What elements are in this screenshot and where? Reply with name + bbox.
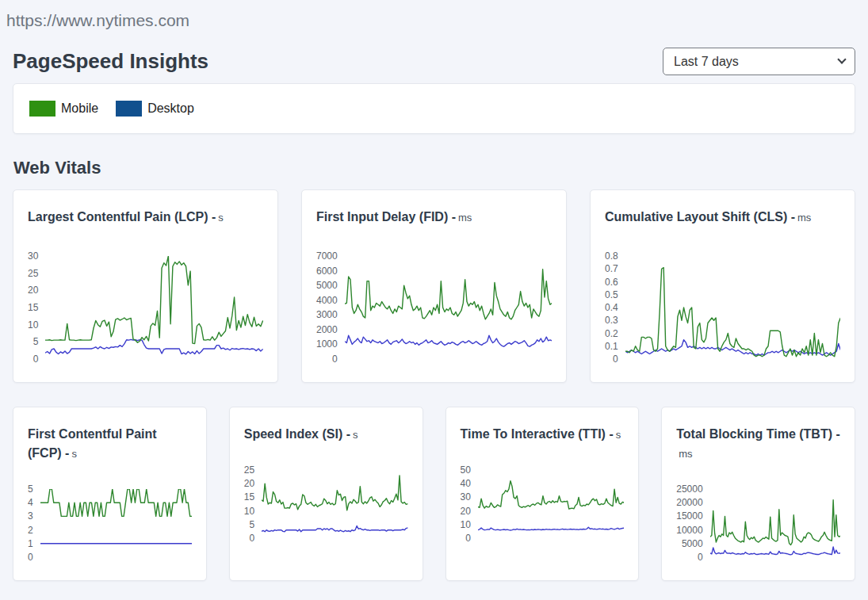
chart-card-lcp: Largest Contentful Pain (LCP) -s 3025201… [13, 189, 278, 383]
legend-item-mobile: Mobile [29, 101, 98, 117]
chart-title-text: Total Blocking Time (TBT) - [676, 427, 840, 441]
chart-card-si: Speed Index (SI) -s 2520151050 [229, 407, 423, 581]
chart-unit: ms [679, 448, 692, 460]
line-chart-fcp [40, 489, 192, 557]
chart-title-text: Largest Contentful Pain (LCP) - [28, 210, 216, 224]
chart-card-tbt: Total Blocking Time (TBT) -ms 2500020000… [661, 407, 855, 581]
chart-title-lcp: Largest Contentful Pain (LCP) -s [28, 208, 263, 227]
legend-label-mobile: Mobile [61, 101, 98, 116]
line-chart-lcp [45, 256, 263, 359]
web-vitals-row-2: First Contentful Paint (FCP) -s 543210 S… [13, 407, 855, 581]
tested-url: https://www.nytimes.com [6, 11, 868, 30]
y-axis-labels: 70006000500040003000200010000 [316, 250, 345, 365]
chart-unit: ms [797, 212, 811, 224]
page-title: PageSpeed Insights [13, 49, 208, 74]
chart-card-tti: Time To Interactive (TTI) -s 50403020100 [445, 407, 640, 581]
chart-card-fid: First Input Delay (FID) -ms 700060005000… [301, 189, 567, 383]
chart-title-text: Speed Index (SI) - [244, 427, 350, 441]
chart-title-text: Cumulative Layout Shift (CLS) - [605, 210, 795, 224]
legend-card: Mobile Desktop [13, 83, 855, 134]
chart-title-text: First Contentful Paint (FCP) - [28, 427, 157, 460]
line-chart-fid [345, 256, 552, 359]
line-chart-tti [478, 470, 624, 538]
line-chart-tbt [710, 489, 840, 557]
y-axis-labels: 543210 [28, 483, 40, 563]
web-vitals-row-1: Largest Contentful Pain (LCP) -s 3025201… [13, 189, 855, 383]
chart-unit: s [71, 448, 77, 460]
chart-card-fcp: First Contentful Paint (FCP) -s 543210 [13, 407, 207, 581]
y-axis-labels: 302520151050 [28, 250, 45, 365]
chart-title-fid: First Input Delay (FID) -ms [316, 208, 552, 227]
y-axis-labels: 2500020000150001000050000 [676, 483, 709, 563]
chart-unit: ms [458, 212, 472, 224]
section-title-web-vitals: Web Vitals [13, 158, 855, 178]
chart-title-si: Speed Index (SI) -s [244, 425, 408, 444]
chart-title-cls: Cumulative Layout Shift (CLS) -ms [605, 208, 840, 227]
chart-unit: s [616, 429, 621, 441]
chart-title-text: First Input Delay (FID) - [316, 210, 456, 224]
legend-label-desktop: Desktop [147, 101, 194, 116]
chart-unit: s [218, 212, 224, 224]
mobile-color-swatch [29, 101, 55, 117]
chart-title-tti: Time To Interactive (TTI) -s [461, 425, 625, 444]
y-axis-labels: 50403020100 [461, 464, 478, 544]
chart-card-cls: Cumulative Layout Shift (CLS) -ms 0.80.7… [590, 189, 855, 383]
chart-title-text: Time To Interactive (TTI) - [461, 427, 614, 441]
line-chart-cls [625, 256, 840, 359]
date-range-select[interactable]: Last 7 days [663, 48, 855, 75]
desktop-color-swatch [116, 101, 142, 117]
date-range-select-wrap: Last 7 days [663, 48, 855, 75]
legend-item-desktop: Desktop [116, 101, 194, 117]
y-axis-labels: 0.80.70.60.50.40.30.20.10 [605, 250, 625, 365]
chart-title-fcp: First Contentful Paint (FCP) -s [28, 425, 192, 463]
line-chart-si [262, 470, 407, 538]
y-axis-labels: 2520151050 [244, 464, 262, 544]
chart-unit: s [353, 429, 358, 441]
chart-title-tbt: Total Blocking Time (TBT) -ms [676, 425, 840, 463]
